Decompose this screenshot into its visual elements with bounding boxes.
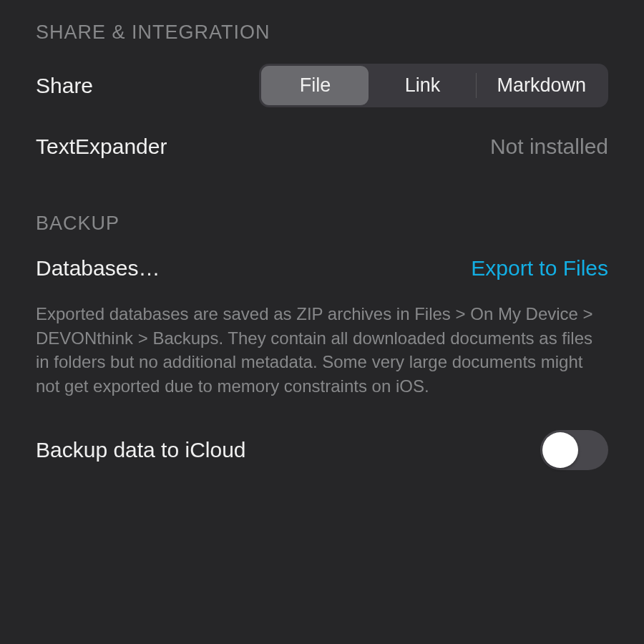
icloud-backup-label: Backup data to iCloud [36, 438, 246, 462]
textexpander-status: Not installed [490, 135, 608, 159]
export-to-files-button[interactable]: Export to Files [471, 256, 608, 280]
share-segmented-control[interactable]: File Link Markdown [259, 64, 608, 107]
share-segment-markdown[interactable]: Markdown [477, 66, 606, 105]
share-row: Share File Link Markdown [36, 64, 608, 107]
textexpander-row: TextExpander Not installed [36, 135, 608, 159]
share-segment-file[interactable]: File [261, 66, 369, 105]
icloud-backup-toggle[interactable] [540, 430, 608, 470]
databases-label: Databases… [36, 256, 160, 280]
databases-row: Databases… Export to Files [36, 256, 608, 280]
backup-description: Exported databases are saved as ZIP arch… [36, 302, 608, 398]
textexpander-label: TextExpander [36, 135, 167, 159]
icloud-backup-row: Backup data to iCloud [36, 430, 608, 470]
section-header-share-integration: SHARE & INTEGRATION [36, 21, 608, 44]
share-label: Share [36, 74, 93, 98]
section-header-backup: BACKUP [36, 213, 608, 235]
share-segment-link[interactable]: Link [369, 66, 476, 105]
toggle-knob [542, 432, 578, 468]
